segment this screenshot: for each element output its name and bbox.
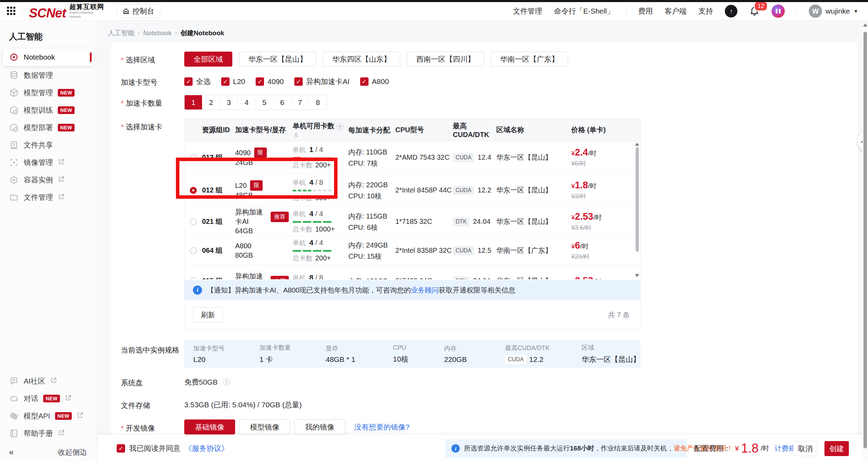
region-option-all[interactable]: 全部区域: [184, 52, 232, 67]
image-option-base[interactable]: 基础镜像: [184, 419, 235, 434]
region-option-xinan1[interactable]: 西南一区【四川】: [407, 52, 484, 67]
region-option-huadong1[interactable]: 华东一区【昆山】: [239, 52, 316, 67]
count-option-3[interactable]: 3: [220, 95, 238, 109]
assistant-icon[interactable]: [772, 5, 785, 18]
checkbox-checked-icon: [221, 77, 230, 86]
image-option-mine[interactable]: 我的镜像: [294, 419, 345, 434]
sidebar-item-notebook[interactable]: Notebook: [3, 48, 94, 66]
checkbox-hetero-ai[interactable]: 异构加速卡AI: [294, 77, 350, 86]
count-option-2[interactable]: 2: [202, 95, 220, 109]
card-type-label: 加速卡型号: [121, 77, 157, 87]
sidebar-item-label: AI社区: [24, 376, 45, 386]
checkbox-select-all[interactable]: 全选: [184, 77, 211, 86]
table-row-021[interactable]: 021 组 异构加速卡AI推荐64GB 单机4 / 4 总卡数1000+ 内存:…: [185, 207, 640, 237]
breadcrumb-item[interactable]: Notebook: [143, 29, 171, 37]
sidebar-item-ai-community[interactable]: AI社区: [0, 372, 98, 390]
topbar-divider: [797, 7, 797, 16]
image-option-model[interactable]: 模型镜像: [239, 419, 290, 434]
sidebar-item-help-manual[interactable]: ? 帮助手册: [0, 425, 98, 442]
sort-icon[interactable]: [294, 132, 298, 137]
apps-grid-icon[interactable]: [7, 7, 16, 16]
sidebar-item-image-management[interactable]: 镜像管理: [0, 154, 97, 171]
card-model: 异构加速卡AI: [235, 207, 267, 226]
service-agreement-link[interactable]: 《服务协议》: [185, 444, 228, 453]
scroll-up-icon[interactable]: [635, 143, 639, 146]
page-scrollbar[interactable]: [862, 21, 868, 462]
region-option-huadong4[interactable]: 华东四区【山东】: [323, 52, 400, 67]
fee-currency: ¥: [735, 444, 739, 453]
create-button[interactable]: 创建: [824, 441, 849, 456]
count-option-8[interactable]: 8: [309, 95, 327, 109]
radio-unselected[interactable]: [190, 154, 197, 161]
nav-file-management[interactable]: 文件管理: [513, 6, 542, 16]
table-row-015[interactable]: 015 组 异构加速卡AI内测 单机8 / 8 内存: 120GB 2*7490…: [185, 265, 640, 279]
checkbox-checked-icon: [294, 77, 303, 86]
sidebar: 人工智能 Notebook 数据管理 模型管理 NEW A 模型训练 NEW 模…: [0, 21, 98, 462]
nav-eshell[interactable]: 命令行「E-Shell」: [554, 6, 614, 16]
count-option-7[interactable]: 7: [291, 95, 309, 109]
nav-client[interactable]: 客户端: [665, 6, 687, 16]
table-row-064[interactable]: 064 组 A80080GB 单机4 / 4 总卡数200+ 内存: 249GB…: [185, 237, 640, 265]
breadcrumb-item[interactable]: 人工智能: [108, 29, 134, 38]
sidebar-item-model-training[interactable]: A 模型训练 NEW: [0, 101, 97, 119]
sidebar-item-file-share[interactable]: 文件共享: [0, 136, 97, 154]
count-option-1[interactable]: 1: [185, 95, 202, 109]
checkbox-4090[interactable]: 4090: [256, 77, 284, 86]
sidebar-item-chat[interactable]: 对话 NEW: [0, 390, 98, 407]
scroll-up-icon[interactable]: [863, 23, 867, 26]
window-top-edge: [0, 0, 868, 2]
resource-group-id: 015 组: [202, 276, 235, 279]
cube-icon: [9, 88, 19, 98]
scroll-down-icon[interactable]: [635, 274, 639, 277]
scrollbar-thumb[interactable]: [863, 32, 867, 448]
count-option-6[interactable]: 6: [273, 95, 291, 109]
scnet-logo[interactable]: SCNet 超算互联网 SuperComputing Network: [29, 3, 104, 19]
table-scrollbar[interactable]: [635, 142, 640, 279]
region-name: 华东一区【昆山】: [496, 153, 571, 162]
user-menu[interactable]: W wujinke ▼: [809, 5, 858, 18]
notifications-button[interactable]: 12: [749, 5, 760, 17]
nav-support[interactable]: 支持: [698, 6, 713, 16]
count-option-4[interactable]: 4: [238, 95, 256, 109]
spec-region: 华东一区【昆山】: [582, 355, 640, 364]
radio-unselected[interactable]: [190, 247, 197, 254]
sidebar-collapse[interactable]: « 收起侧边: [0, 442, 98, 462]
radio-unselected[interactable]: [190, 218, 197, 225]
upload-cloud-icon[interactable]: ↑: [725, 5, 737, 17]
sidebar-item-model-management[interactable]: 模型管理 NEW: [0, 84, 97, 101]
sidebar-item-model-deploy[interactable]: 模型部署 NEW: [0, 119, 97, 136]
no-image-link[interactable]: 没有想要的镜像?: [354, 422, 410, 432]
region-option-huanan1[interactable]: 华南一区【广东】: [491, 52, 568, 67]
bottom-action-bar: 我已阅读并同意 《服务协议》 i 所选资源允许单次实例任务最大运行168小时，作…: [98, 435, 868, 462]
fee-summary: 配置费用： ¥ 1.8 /时 计费规则: [694, 435, 803, 462]
external-link-icon: [58, 429, 65, 438]
nav-fees[interactable]: 费用: [638, 6, 653, 16]
table-row-012-selected[interactable]: 012 组 L20限48GB 单机4 / 8 总卡数500+ 内存: 220GB…: [185, 174, 640, 207]
image-manage-icon: [9, 158, 19, 167]
vram: 64GB: [235, 226, 293, 236]
sidebar-item-file-management[interactable]: 文件管理: [0, 189, 97, 206]
topbar-divider: [22, 7, 23, 16]
question-circle-icon[interactable]: ?: [336, 123, 343, 130]
console-button[interactable]: 控制台: [117, 4, 160, 18]
info-icon: i: [451, 444, 460, 453]
question-circle-icon[interactable]: ?: [223, 379, 230, 386]
info-icon: i: [193, 286, 202, 295]
cpu-alloc: CPU: 7核: [348, 158, 395, 169]
count-option-5[interactable]: 5: [256, 95, 273, 109]
agreement-checkbox[interactable]: [117, 444, 125, 453]
checkbox-a800[interactable]: A800: [360, 77, 389, 86]
sales-consultant-link[interactable]: 业务顾问: [411, 286, 439, 294]
radio-selected[interactable]: [190, 187, 197, 194]
sidebar-section-title: 人工智能: [0, 21, 97, 48]
checkbox-l20[interactable]: L20: [221, 77, 245, 86]
sidebar-item-container-instance[interactable]: 容器实例: [0, 171, 97, 189]
sidebar-item-data-management[interactable]: 数据管理: [0, 67, 97, 84]
limit-badge: 限: [254, 147, 267, 158]
table-row-013[interactable]: 013 组 4090限24GB 单机1 / 4 总卡数200+ 内存: 110G…: [185, 141, 640, 174]
sidebar-item-model-api[interactable]: 模型API NEW: [0, 407, 98, 425]
radio-unselected[interactable]: [190, 278, 197, 280]
scrollbar-thumb[interactable]: [636, 147, 639, 252]
cancel-button[interactable]: 取消: [793, 441, 817, 456]
refresh-button[interactable]: 刷新: [193, 307, 223, 323]
